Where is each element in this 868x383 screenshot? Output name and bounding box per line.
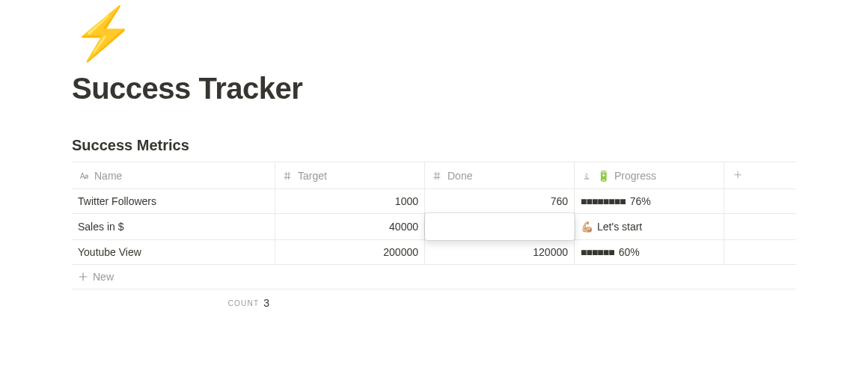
cell-name[interactable]: Sales in $ [72, 214, 275, 239]
table-row: Youtube View 200000 120000 ■■■■■■ 60% [72, 240, 796, 265]
cell-target[interactable]: 200000 [275, 240, 425, 264]
column-header-done-label: Done [447, 170, 472, 182]
cell-empty [724, 189, 751, 213]
cell-target[interactable]: 1000 [275, 189, 425, 213]
column-header-progress-label: Progress [614, 170, 656, 182]
cell-name[interactable]: Youtube View [72, 240, 275, 264]
text-type-icon [78, 170, 90, 182]
cell-done[interactable]: 760 [425, 189, 575, 213]
new-row-label: New [93, 271, 114, 283]
progress-text: 60% [619, 246, 640, 258]
page-icon[interactable]: ⚡ [72, 7, 796, 58]
cell-done-editing[interactable] [425, 213, 575, 240]
column-header-target-label: Target [298, 170, 327, 182]
cell-done[interactable]: 120000 [425, 240, 575, 264]
page-title[interactable]: Success Tracker [72, 72, 796, 105]
new-row-button[interactable]: New [72, 265, 796, 289]
cell-name[interactable]: Twitter Followers [72, 189, 275, 213]
table-footer: COUNT 3 [72, 289, 796, 316]
cell-progress[interactable]: ■■■■■■■■ 76% [575, 189, 724, 213]
battery-icon: 🔋 [597, 170, 610, 182]
progress-bar: ■■■■■■ [581, 246, 614, 258]
cell-empty [724, 214, 751, 239]
count-aggregate[interactable]: COUNT 3 [72, 294, 275, 312]
cell-progress[interactable]: 💪🏼 Let's start [575, 214, 724, 239]
number-type-icon [431, 170, 443, 182]
column-header-name-label: Name [94, 170, 122, 182]
flex-arm-icon: 💪🏼 [581, 221, 593, 233]
metrics-table: Name Target Done 🔋 Progress [72, 162, 796, 316]
plus-icon [78, 272, 88, 282]
column-header-name[interactable]: Name [72, 162, 275, 189]
table-row: Twitter Followers 1000 760 ■■■■■■■■ 76% [72, 189, 796, 214]
cell-target[interactable]: 40000 [275, 214, 425, 239]
progress-text: Let's start [597, 221, 642, 233]
column-header-done[interactable]: Done [425, 162, 575, 189]
progress-bar: ■■■■■■■■ [581, 195, 626, 207]
count-value: 3 [263, 297, 269, 309]
formula-type-icon [581, 170, 593, 182]
add-column-button[interactable]: + [724, 162, 751, 189]
progress-text: 76% [630, 195, 651, 207]
plus-icon: + [734, 168, 742, 183]
count-label: COUNT [228, 299, 260, 307]
number-type-icon [281, 170, 293, 182]
cell-empty [724, 240, 751, 264]
table-header-row: Name Target Done 🔋 Progress [72, 162, 796, 189]
database-title[interactable]: Success Metrics [72, 137, 796, 154]
cell-progress[interactable]: ■■■■■■ 60% [575, 240, 724, 264]
table-row: Sales in $ 40000 💪🏼 Let's start [72, 214, 796, 240]
column-header-progress[interactable]: 🔋 Progress [575, 162, 724, 189]
column-header-target[interactable]: Target [275, 162, 425, 189]
